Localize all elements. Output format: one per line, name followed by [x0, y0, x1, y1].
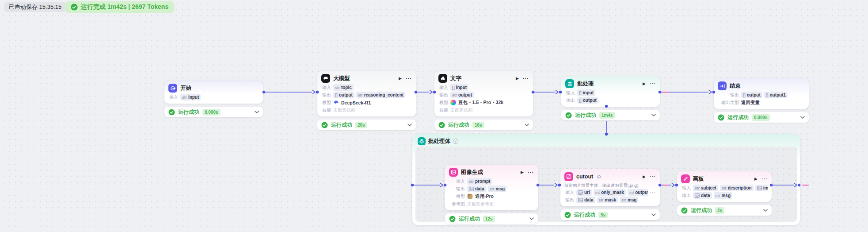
node-title: 开始 — [180, 85, 191, 92]
str-type-icon: str — [335, 85, 340, 90]
chevron-down-icon[interactable] — [407, 124, 412, 126]
batch-icon — [418, 137, 426, 145]
run-node-icon[interactable]: ▶ — [521, 170, 524, 174]
chevron-down-icon[interactable] — [651, 114, 656, 116]
param-tag[interactable]: url — [576, 189, 592, 196]
param-tag[interactable]: strmsg — [488, 186, 506, 192]
skill-value: 未配置技能 — [450, 107, 472, 113]
run-result-text: 运行完成 1m42s | 2697 Tokens — [81, 3, 168, 11]
param-name: output_mode — [635, 190, 648, 195]
str-type-icon: str — [452, 93, 457, 97]
chevron-down-icon[interactable] — [800, 116, 805, 119]
run-status-bar[interactable]: 运行成功 1m4s — [561, 110, 660, 120]
param-name: prompt — [475, 179, 490, 184]
run-node-icon[interactable]: ▶ — [643, 82, 646, 86]
param-tag[interactable]: strmask — [597, 197, 618, 203]
run-node-icon[interactable]: ▶ — [399, 77, 402, 81]
arr-type-icon: [] — [766, 93, 769, 97]
more-icon[interactable]: ··· — [650, 174, 656, 179]
node-start[interactable]: 开始 输入 strinput 运行成功 0.000s — [164, 81, 263, 117]
param-tag[interactable]: data — [467, 186, 486, 192]
param-tag[interactable]: []input — [450, 84, 468, 91]
run-node-icon[interactable]: ▶ — [643, 175, 646, 179]
row-label: 输出 — [718, 92, 739, 98]
chevron-down-icon[interactable] — [255, 111, 259, 113]
param-name: msg — [495, 186, 505, 191]
str-type-icon: str — [490, 187, 495, 191]
param-name: msg — [628, 197, 637, 202]
node-llm[interactable]: 大模型 ▶ ··· 输入strtopic 输出[]outputstrreason… — [317, 71, 416, 130]
param-tag[interactable]: strdescription — [720, 185, 754, 191]
node-end[interactable]: 结束 输出[]output[]output1 输出类型返回变量 运行成功 0.0… — [714, 78, 809, 123]
success-icon — [168, 109, 175, 116]
run-node-icon[interactable]: ▶ — [516, 77, 519, 81]
more-icon[interactable]: ··· — [528, 170, 534, 175]
str-type-icon: str — [716, 193, 720, 198]
run-status-bar[interactable]: 运行成功 12s — [445, 213, 538, 224]
param-tag[interactable]: strreasoning_content — [356, 92, 405, 98]
chevron-down-icon[interactable] — [763, 209, 768, 212]
run-status-bar[interactable]: 运行成功 0.000s — [164, 107, 263, 117]
param-tag[interactable]: []output1 — [764, 92, 788, 98]
chevron-down-icon[interactable] — [529, 217, 534, 220]
run-node-icon[interactable]: ▶ — [754, 177, 758, 181]
node-board[interactable]: 画板 ▶ ··· 输入strsubjectstrdescriptionimage… — [677, 171, 772, 216]
node-imagegen[interactable]: 图像生成 ▶ ··· 输入strprompt 输出datastrmsg 模型 通… — [445, 165, 538, 224]
param-tag[interactable]: strinput — [180, 94, 201, 101]
param-tag[interactable]: []input — [577, 89, 595, 96]
node-text[interactable]: 文字 ▶ ··· 输入[]input 输出stroutput 模型 豆包・1.5… — [434, 71, 533, 130]
more-icon[interactable]: ··· — [650, 81, 656, 86]
node-cutout[interactable]: cutout ▶ ··· 保留图片前景主体，输出透明背景(.png) 输入 ur… — [560, 169, 660, 220]
param-tag[interactable]: data — [576, 197, 595, 203]
param-name: input — [188, 95, 199, 100]
success-icon — [438, 122, 445, 128]
run-status-bar[interactable]: 运行成功 16s — [434, 120, 533, 130]
param-name: output — [583, 98, 597, 103]
row-label: 输出 — [564, 197, 574, 203]
run-duration-badge: 1m4s — [599, 112, 615, 119]
param-tag[interactable]: intonly_mask — [594, 189, 626, 196]
param-name: mask — [605, 197, 616, 202]
param-tag[interactable]: []output — [741, 92, 762, 98]
run-duration-badge: 0.000s — [202, 109, 221, 116]
param-name: input — [583, 90, 594, 95]
param-tag[interactable]: strmsg — [620, 197, 638, 203]
more-icon[interactable]: ··· — [406, 76, 412, 81]
run-status-bar[interactable]: 运行成功 20s — [317, 120, 416, 130]
info-icon[interactable]: i — [453, 139, 458, 144]
param-tag[interactable]: strprompt — [467, 178, 492, 185]
param-tag[interactable]: image — [755, 185, 768, 191]
param-tag[interactable]: strmsg — [714, 192, 732, 199]
run-result-badge[interactable]: 运行完成 1m42s | 2697 Tokens — [65, 1, 174, 13]
row-label: 模型 — [438, 100, 448, 106]
node-batch[interactable]: 批处理 ▶ ··· 输入[]input 输出[]output 运行成功 1m4s — [561, 76, 660, 120]
llm-icon — [321, 74, 330, 83]
param-tag[interactable]: data — [693, 192, 712, 199]
arr-type-icon: [] — [579, 91, 582, 95]
param-tag[interactable]: stroutput — [450, 92, 474, 98]
param-name: only_mask — [601, 190, 624, 195]
run-status-bar[interactable]: 运行成功 5s — [560, 209, 660, 220]
param-tag[interactable]: intoutput_mode — [628, 189, 648, 196]
param-name: output — [339, 93, 353, 97]
chevron-down-icon[interactable] — [651, 213, 656, 216]
run-status-bar[interactable]: 运行成功 2s — [677, 205, 772, 216]
workflow-canvas[interactable]: 已自动保存 15:35:15 运行完成 1m42s | 2697 Tokens … — [0, 0, 868, 232]
more-icon[interactable]: ··· — [523, 76, 529, 81]
more-params-icon[interactable]: ··· — [650, 190, 656, 195]
more-icon[interactable]: ··· — [761, 177, 768, 182]
success-icon — [565, 112, 572, 119]
model-value: 通用-Pro — [467, 193, 494, 200]
cutout-icon — [564, 172, 573, 181]
chevron-down-icon[interactable] — [525, 124, 529, 126]
param-tag[interactable]: []output — [577, 97, 598, 104]
run-status-bar[interactable]: 运行成功 0.000s — [714, 112, 809, 123]
param-tag[interactable]: strsubject — [693, 185, 718, 191]
param-name: url — [584, 190, 590, 195]
param-tag[interactable]: strtopic — [333, 84, 354, 91]
row-label: 模型 — [449, 193, 465, 200]
param-tags: []input — [577, 89, 595, 96]
str-type-icon: str — [358, 93, 363, 97]
param-name: data — [584, 197, 594, 202]
param-tag[interactable]: []output — [333, 92, 354, 98]
